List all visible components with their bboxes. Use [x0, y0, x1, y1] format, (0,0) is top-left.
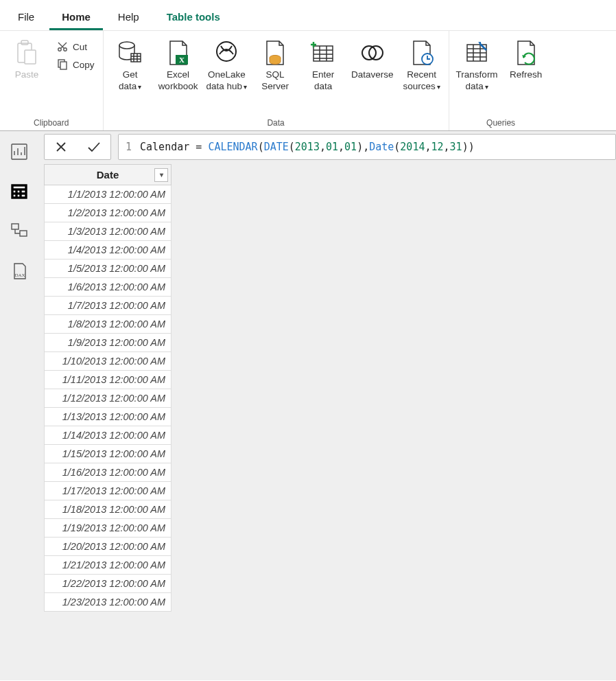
svg-rect-24: [13, 194, 16, 197]
copy-button[interactable]: Copy: [54, 57, 97, 72]
tab-file[interactable]: File: [5, 4, 47, 30]
tab-help[interactable]: Help: [106, 4, 152, 30]
onelake-data-hub-button[interactable]: OneLake data hub▾: [205, 35, 249, 93]
recent-sources-button[interactable]: Recent sources▾: [401, 35, 443, 93]
formula-bar: 1Calendar = CALENDAR(DATE(2013,01,01),Da…: [44, 134, 616, 160]
table-row[interactable]: 1/15/2013 12:00:00 AM: [45, 445, 171, 463]
enter-data-button[interactable]: Enter data: [302, 35, 344, 93]
table-row[interactable]: 1/21/2013 12:00:00 AM: [45, 556, 171, 575]
ribbon: Paste Cut Copy Clipboard: [0, 31, 616, 130]
transform-label: Transform data: [456, 69, 498, 91]
table-row[interactable]: 1/20/2013 12:00:00 AM: [45, 538, 171, 556]
excel-label: Excel workbook: [158, 69, 198, 93]
sql-file-icon: [261, 38, 289, 68]
line-number: 1: [126, 141, 132, 153]
table-row[interactable]: 1/6/2013 12:00:00 AM: [45, 278, 171, 297]
table-row[interactable]: 1/7/2013 12:00:00 AM: [45, 297, 171, 315]
table-row[interactable]: 1/12/2013 12:00:00 AM: [45, 389, 171, 408]
svg-rect-1: [21, 41, 28, 45]
table-row[interactable]: 1/8/2013 12:00:00 AM: [45, 315, 171, 334]
svg-rect-20: [13, 186, 25, 189]
svg-text:DAX: DAX: [14, 273, 25, 278]
date-cell[interactable]: 1/3/2013 12:00:00 AM: [45, 222, 171, 241]
svg-point-3: [58, 48, 61, 51]
svg-rect-27: [12, 224, 19, 229]
date-cell[interactable]: 1/13/2013 12:00:00 AM: [45, 408, 171, 426]
filter-dropdown-button[interactable]: ▾: [154, 168, 168, 182]
table-row[interactable]: 1/23/2013 12:00:00 AM: [45, 593, 171, 612]
enter-data-label: Enter data: [312, 69, 334, 93]
table-row[interactable]: 1/16/2013 12:00:00 AM: [45, 463, 171, 482]
refresh-label: Refresh: [510, 69, 542, 81]
refresh-button[interactable]: Refresh: [505, 35, 547, 81]
svg-point-7: [119, 42, 134, 49]
model-view-button[interactable]: [8, 220, 30, 242]
table-row[interactable]: 1/22/2013 12:00:00 AM: [45, 575, 171, 593]
data-view-button[interactable]: [8, 181, 30, 203]
date-cell[interactable]: 1/6/2013 12:00:00 AM: [45, 278, 171, 297]
date-cell[interactable]: 1/5/2013 12:00:00 AM: [45, 259, 171, 278]
dax-query-view-button[interactable]: DAX: [8, 260, 30, 282]
table-row[interactable]: 1/4/2013 12:00:00 AM: [45, 241, 171, 259]
svg-rect-2: [25, 50, 36, 64]
date-cell[interactable]: 1/23/2013 12:00:00 AM: [45, 593, 171, 612]
table-row[interactable]: 1/9/2013 12:00:00 AM: [45, 334, 171, 352]
date-cell[interactable]: 1/18/2013 12:00:00 AM: [45, 500, 171, 519]
date-cell[interactable]: 1/9/2013 12:00:00 AM: [45, 334, 171, 352]
dataverse-icon: [359, 38, 386, 68]
chevron-down-icon: ▾: [244, 83, 247, 91]
tab-table-tools[interactable]: Table tools: [154, 4, 233, 30]
date-cell[interactable]: 1/1/2013 12:00:00 AM: [45, 185, 171, 204]
date-cell[interactable]: 1/10/2013 12:00:00 AM: [45, 352, 171, 371]
date-cell[interactable]: 1/11/2013 12:00:00 AM: [45, 371, 171, 389]
table-row[interactable]: 1/19/2013 12:00:00 AM: [45, 519, 171, 538]
formula-input[interactable]: 1Calendar = CALENDAR(DATE(2013,01,01),Da…: [118, 134, 616, 160]
group-label-data: Data: [267, 117, 284, 129]
excel-workbook-button[interactable]: X Excel workbook: [157, 35, 200, 93]
report-view-button[interactable]: [8, 141, 30, 163]
date-cell[interactable]: 1/15/2013 12:00:00 AM: [45, 445, 171, 463]
group-clipboard: Paste Cut Copy Clipboard: [0, 31, 104, 130]
table-row[interactable]: 1/10/2013 12:00:00 AM: [45, 352, 171, 371]
date-cell[interactable]: 1/7/2013 12:00:00 AM: [45, 297, 171, 315]
date-cell[interactable]: 1/22/2013 12:00:00 AM: [45, 575, 171, 593]
date-cell[interactable]: 1/14/2013 12:00:00 AM: [45, 426, 171, 445]
date-cell[interactable]: 1/8/2013 12:00:00 AM: [45, 315, 171, 334]
data-table: Date ▾ 1/1/2013 12:00:00 AM1/2/2013 12:0…: [44, 164, 171, 612]
commit-formula-button[interactable]: [78, 135, 110, 159]
date-cell[interactable]: 1/2/2013 12:00:00 AM: [45, 204, 171, 222]
recent-icon: [408, 38, 436, 68]
tab-home[interactable]: Home: [49, 4, 103, 30]
table-row[interactable]: 1/13/2013 12:00:00 AM: [45, 408, 171, 426]
table-row[interactable]: 1/14/2013 12:00:00 AM: [45, 426, 171, 445]
table-row[interactable]: 1/3/2013 12:00:00 AM: [45, 222, 171, 241]
table-row[interactable]: 1/5/2013 12:00:00 AM: [45, 259, 171, 278]
date-cell[interactable]: 1/19/2013 12:00:00 AM: [45, 519, 171, 538]
table-row[interactable]: 1/17/2013 12:00:00 AM: [45, 482, 171, 500]
date-cell[interactable]: 1/16/2013 12:00:00 AM: [45, 463, 171, 482]
dataverse-label: Dataverse: [351, 69, 394, 81]
refresh-icon: [512, 38, 540, 68]
date-cell[interactable]: 1/21/2013 12:00:00 AM: [45, 556, 171, 575]
column-header-date[interactable]: Date ▾: [45, 165, 171, 185]
group-label-clipboard: Clipboard: [34, 117, 69, 129]
date-cell[interactable]: 1/17/2013 12:00:00 AM: [45, 482, 171, 500]
svg-rect-22: [17, 190, 20, 193]
group-queries: Transform data▾ Refresh Queries: [449, 31, 553, 130]
table-row[interactable]: 1/2/2013 12:00:00 AM: [45, 204, 171, 222]
get-data-button[interactable]: Get data▾: [109, 35, 152, 93]
table-row[interactable]: 1/18/2013 12:00:00 AM: [45, 500, 171, 519]
cancel-formula-button[interactable]: [45, 135, 78, 159]
transform-data-button[interactable]: Transform data▾: [455, 35, 499, 93]
svg-point-4: [64, 48, 67, 51]
date-cell[interactable]: 1/20/2013 12:00:00 AM: [45, 538, 171, 556]
sql-server-button[interactable]: SQL Server: [254, 35, 296, 93]
date-cell[interactable]: 1/12/2013 12:00:00 AM: [45, 389, 171, 408]
table-row[interactable]: 1/1/2013 12:00:00 AM: [45, 185, 171, 204]
date-cell[interactable]: 1/4/2013 12:00:00 AM: [45, 241, 171, 259]
onelake-label: OneLake data hub: [206, 69, 246, 91]
cut-button[interactable]: Cut: [54, 39, 97, 54]
table-row[interactable]: 1/11/2013 12:00:00 AM: [45, 371, 171, 389]
dataverse-button[interactable]: Dataverse: [350, 35, 395, 81]
paste-label: Paste: [15, 69, 39, 81]
